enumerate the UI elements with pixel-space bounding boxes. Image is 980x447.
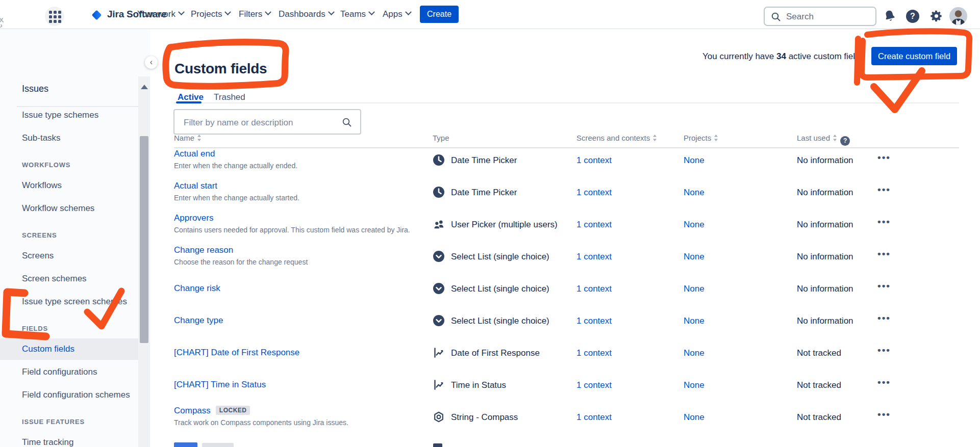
column-header-last-used[interactable]: Last used ? <box>797 134 850 146</box>
app-switcher-icon[interactable] <box>49 11 61 23</box>
field-type-label: Time in Status <box>451 380 506 390</box>
row-actions-menu-button[interactable]: ••• <box>874 312 894 324</box>
field-name-link[interactable]: Change reason <box>174 245 233 255</box>
settings-gear-icon[interactable] <box>929 9 943 23</box>
admin-sidebar: Issues Issue type schemesSub-tasksWORKFL… <box>0 29 138 447</box>
contexts-link[interactable]: 1 context <box>576 155 612 166</box>
column-header-screens-and-contexts[interactable]: Screens and contexts <box>576 134 657 142</box>
jira-logo-icon[interactable] <box>90 8 104 22</box>
sort-icon <box>714 134 718 142</box>
row-actions-menu-button[interactable]: ••• <box>874 216 894 228</box>
scrollbar-thumb[interactable] <box>140 136 148 343</box>
sidebar-item-workflow-schemes[interactable]: Workflow schemes <box>0 198 138 219</box>
user-avatar[interactable] <box>949 7 967 25</box>
row-actions-menu-button[interactable]: ••• <box>874 248 894 260</box>
sidebar-item-time-tracking[interactable]: Time tracking <box>0 432 138 447</box>
projects-link[interactable]: None <box>684 348 705 358</box>
column-header-projects[interactable]: Projects <box>684 134 718 142</box>
projects-link[interactable]: None <box>684 252 705 262</box>
field-description: Choose the reason for the change request <box>174 258 308 266</box>
field-name-link[interactable]: Change type <box>174 315 223 326</box>
tab-active[interactable]: Active <box>178 92 204 102</box>
sidebar-item-sub-tasks[interactable]: Sub-tasks <box>0 127 138 149</box>
nav-item-dashboards[interactable]: Dashboards <box>279 0 334 29</box>
last-used-value: Not tracked <box>797 348 841 358</box>
global-search[interactable] <box>764 7 876 26</box>
field-name-link[interactable]: Actual start <box>174 181 217 191</box>
projects-link[interactable]: None <box>684 188 705 198</box>
nav-item-apps[interactable]: Apps <box>383 0 411 29</box>
filter-input[interactable] <box>183 115 338 130</box>
date-time-picker-icon <box>433 154 445 166</box>
create-custom-field-button[interactable]: Create custom field <box>871 47 957 65</box>
row-actions-menu-button[interactable]: ••• <box>874 183 894 196</box>
tab-trashed[interactable]: Trashed <box>214 92 245 102</box>
sidebar-item-issue-type-screen-schemes[interactable]: Issue type screen schemes <box>0 291 138 312</box>
sidebar-item-field-configurations[interactable]: Field configurations <box>0 361 138 383</box>
field-name-link[interactable]: Approvers <box>174 213 213 223</box>
stray-mark <box>0 17 6 29</box>
nav-item-your-work[interactable]: Your work <box>137 0 184 29</box>
column-header-name[interactable]: Name <box>174 134 202 142</box>
nav-item-filters[interactable]: Filters <box>239 0 270 29</box>
search-input[interactable] <box>785 9 869 24</box>
projects-link[interactable]: None <box>684 412 705 423</box>
contexts-link[interactable]: 1 context <box>576 284 612 294</box>
field-type-label: Select List (single choice) <box>451 316 549 326</box>
row-actions-menu-button[interactable]: ••• <box>874 151 894 164</box>
sidebar-item-custom-fields[interactable]: Custom fields <box>0 338 138 360</box>
field-name-link[interactable]: CompassLOCKED <box>174 406 250 416</box>
contexts-link[interactable]: 1 context <box>576 252 612 262</box>
help-icon[interactable]: ? <box>906 10 919 23</box>
sidebar-item-workflows[interactable]: Workflows <box>0 175 138 196</box>
last-used-value: Not tracked <box>797 412 841 423</box>
projects-link[interactable]: None <box>684 380 705 390</box>
chevron-down-icon <box>265 9 271 15</box>
count-value: 34 <box>776 51 786 61</box>
contexts-link[interactable]: 1 context <box>576 412 612 423</box>
row-actions-menu-button[interactable]: ••• <box>874 344 894 356</box>
scrollbar-up-arrow[interactable] <box>141 85 148 89</box>
row-actions-menu-button[interactable]: ••• <box>874 280 894 292</box>
sidebar-item-field-configuration-schemes[interactable]: Field configuration schemes <box>0 384 138 406</box>
notifications-bell-icon[interactable] <box>882 8 898 24</box>
field-name-link[interactable]: [CHART] Time in Status <box>174 380 266 390</box>
field-name-link[interactable]: Change risk <box>174 283 220 294</box>
partial-row-badge <box>202 443 234 447</box>
chevron-down-icon <box>328 9 335 15</box>
contexts-link[interactable]: 1 context <box>576 348 612 358</box>
row-actions-menu-button[interactable]: ••• <box>874 408 894 420</box>
contexts-link[interactable]: 1 context <box>576 316 612 326</box>
sidebar-scrollbar[interactable] <box>138 29 150 447</box>
count-prefix: You currently have <box>702 51 774 61</box>
create-button[interactable]: Create <box>420 6 459 23</box>
projects-link[interactable]: None <box>684 316 705 326</box>
select-list-icon <box>433 314 445 327</box>
chart-icon <box>433 347 445 359</box>
search-icon <box>771 12 781 22</box>
field-type-label: Date Time Picker <box>451 188 517 198</box>
field-name-link[interactable]: [CHART] Date of First Response <box>174 348 299 358</box>
contexts-link[interactable]: 1 context <box>576 220 612 230</box>
annotation-button-checkmark <box>874 71 922 110</box>
contexts-link[interactable]: 1 context <box>576 380 612 390</box>
filter-field[interactable] <box>173 109 361 135</box>
last-used-value: No information <box>797 188 853 198</box>
contexts-link[interactable]: 1 context <box>576 188 612 198</box>
field-type-label: User Picker (multiple users) <box>451 220 558 230</box>
chevron-down-icon <box>368 9 375 15</box>
sidebar-item-screen-schemes[interactable]: Screen schemes <box>0 268 138 290</box>
partial-row-name <box>174 442 197 447</box>
last-used-value: No information <box>797 252 853 262</box>
row-actions-menu-button[interactable]: ••• <box>874 376 894 388</box>
nav-item-teams[interactable]: Teams <box>340 0 374 29</box>
field-name-link[interactable]: Actual end <box>174 149 215 159</box>
select-list-icon <box>433 250 445 262</box>
sidebar-collapse-button[interactable]: ‹ <box>145 56 158 69</box>
projects-link[interactable]: None <box>684 284 705 294</box>
projects-link[interactable]: None <box>684 155 705 166</box>
sidebar-item-issue-type-schemes[interactable]: Issue type schemes <box>0 104 138 126</box>
nav-item-projects[interactable]: Projects <box>191 0 230 29</box>
projects-link[interactable]: None <box>684 220 705 230</box>
sidebar-item-screens[interactable]: Screens <box>0 245 138 267</box>
